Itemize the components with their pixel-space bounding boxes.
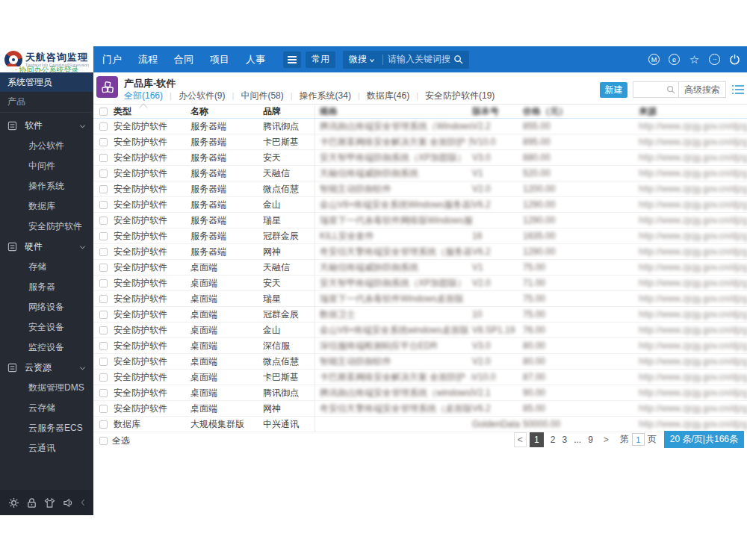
row-checkbox[interactable] [99,122,108,131]
tab-操作系统(34)[interactable]: 操作系统(34) [300,90,351,102]
table-search-input[interactable] [633,82,666,97]
sidebar-item-云通讯[interactable]: 云通讯 [0,438,93,458]
search-scope-label[interactable]: 微搜 [349,53,367,66]
topnav-item-1[interactable]: 门户 [102,53,122,66]
row-checkbox[interactable] [99,373,108,382]
cell-source-link-blurred[interactable]: http://www.zjcjg.gov.cn/djzg/ [639,372,747,382]
topnav-item-4[interactable]: 项目 [210,53,229,66]
sidebar-item-数据库[interactable]: 数据库 [0,196,93,217]
cell-source-link-blurred[interactable]: http://www.zjcjg.gov.cn/djzg/ [639,309,747,320]
cell-source-link-blurred[interactable]: http://www.zjcjg.gov.cn/djzg/ [639,356,747,367]
global-search[interactable]: 微搜 请输入关键词搜 [343,51,469,69]
tab-安全防护软件(19)[interactable]: 安全防护软件(19) [425,90,495,102]
cell-source-link-blurred[interactable]: http://www.zjcjg.gov.cn/djzg/ [639,246,747,257]
header-checkbox[interactable] [99,108,108,116]
sidebar-item-中间件[interactable]: 中间件 [0,156,93,176]
row-checkbox[interactable] [99,169,108,178]
collapse-handle-icon[interactable] [81,499,85,506]
row-checkbox[interactable] [99,326,108,335]
lock-icon[interactable] [26,497,37,508]
sidebar-section-云资源[interactable]: 云资源 [0,358,93,378]
row-checkbox[interactable] [99,295,108,303]
row-checkbox[interactable] [99,201,108,209]
sidebar-item-办公软件[interactable]: 办公软件 [0,136,93,156]
page-size-badge[interactable]: 20 条/页|共166条 [664,431,744,448]
next-page-button[interactable]: > [600,432,613,447]
tab-中间件(58)[interactable]: 中间件(58) [241,90,283,102]
search-icon[interactable] [666,85,675,94]
theme-icon[interactable] [44,497,55,508]
cell-source-link-blurred[interactable]: http://www.zjcjg.gov.cn/djzg/ [639,121,747,131]
row-checkbox[interactable] [99,185,108,193]
voice-icon[interactable]: e [668,53,681,66]
sidebar-item-安全防护软件[interactable]: 安全防护软件 [0,217,93,237]
sidebar-item-操作系统[interactable]: 操作系统 [0,176,93,196]
row-checkbox[interactable] [99,232,108,240]
sound-icon[interactable] [63,497,74,508]
sidebar-group-product[interactable]: 产品 [0,92,93,113]
prev-page-button[interactable]: < [514,432,527,447]
row-checkbox[interactable] [99,405,108,413]
cell-source-link-blurred[interactable]: http://www.zjcjg.gov.cn/djzg/ [639,215,747,225]
frequent-button[interactable]: 常用 [306,52,335,68]
tab-全部(166)[interactable]: 全部(166) [124,90,163,102]
page-number-3[interactable]: 3 [562,435,567,445]
row-checkbox[interactable] [99,311,108,319]
topnav-item-3[interactable]: 合同 [174,53,193,66]
cell-source-link-blurred[interactable]: http://www.zjcjg.gov.cn/djzg/ [639,419,747,429]
cell-source-link-blurred[interactable]: http://www.zjcjg.gov.cn/djzg/ [639,152,747,163]
row-checkbox[interactable] [99,248,108,256]
topnav-item-2[interactable]: 流程 [138,53,158,66]
new-button[interactable]: 新建 [600,82,627,98]
cell-source-link-blurred[interactable]: http://www.zjcjg.gov.cn/djzg/ [639,137,747,147]
tab-数据库(46)[interactable]: 数据库(46) [367,90,409,102]
sidebar-item-服务器[interactable]: 服务器 [0,277,93,297]
cell-source-link-blurred[interactable]: http://www.zjcjg.gov.cn/djzg/ [639,325,747,335]
row-checkbox[interactable] [99,358,108,366]
settings-icon[interactable] [8,497,19,508]
sidebar-section-软件[interactable]: 软件 [0,116,93,136]
page-number-1[interactable]: 1 [530,432,544,447]
row-checkbox[interactable] [99,217,108,225]
cell-source-link-blurred[interactable]: http://www.zjcjg.gov.cn/djzg/ [639,340,747,351]
sidebar-item-安全设备[interactable]: 安全设备 [0,317,93,337]
apps-menu-button[interactable] [283,52,301,68]
row-checkbox[interactable] [99,264,108,272]
sidebar-section-硬件[interactable]: 硬件 [0,237,93,257]
row-checkbox[interactable] [99,420,108,429]
page-number-9[interactable]: 9 [588,435,593,445]
cell-source-link-blurred[interactable]: http://www.zjcjg.gov.cn/djzg/ [639,231,747,241]
more-icon[interactable]: ··· [708,53,721,66]
row-checkbox[interactable] [99,389,108,397]
row-checkbox[interactable] [99,138,108,146]
search-input[interactable]: 请输入关键词搜 [388,53,453,66]
page-number-...[interactable]: ... [574,435,581,445]
cell-source-link-blurred[interactable]: http://www.zjcjg.gov.cn/djzg/ [639,293,747,304]
sidebar-item-数据管理DMS[interactable]: 数据管理DMS [0,378,93,398]
advanced-search-button[interactable]: 高级搜索 [678,81,725,98]
row-checkbox[interactable] [99,342,108,350]
select-all-checkbox[interactable] [99,437,108,445]
row-checkbox[interactable] [99,154,108,162]
cell-source-link-blurred[interactable]: http://www.zjcjg.gov.cn/djzg/ [639,199,747,210]
power-icon[interactable] [728,53,741,66]
cell-source-link-blurred[interactable]: http://www.zjcjg.gov.cn/djzg/ [639,403,747,414]
sidebar-item-云存储[interactable]: 云存储 [0,398,93,418]
tab-办公软件(9)[interactable]: 办公软件(9) [179,90,226,102]
cell-source-link-blurred[interactable]: http://www.zjcjg.gov.cn/djzg/ [639,388,747,398]
search-icon[interactable] [453,55,463,64]
sidebar-item-监控设备[interactable]: 监控设备 [0,337,93,358]
sidebar-item-网络设备[interactable]: 网络设备 [0,297,93,317]
star-icon[interactable]: ☆ [688,53,701,66]
sidebar-item-云服务器ECS[interactable]: 云服务器ECS [0,418,93,438]
cell-source-link-blurred[interactable]: http://www.zjcjg.gov.cn/djzg/ [639,278,747,288]
m-badge-icon[interactable]: M [648,53,660,66]
page-number-2[interactable]: 2 [551,435,556,445]
row-checkbox[interactable] [99,279,108,287]
jump-page-input[interactable]: 1 [632,433,645,446]
cell-source-link-blurred[interactable]: http://www.zjcjg.gov.cn/djzg/ [639,184,747,194]
sidebar-item-存储[interactable]: 存储 [0,257,93,277]
cell-source-link-blurred[interactable]: http://www.zjcjg.gov.cn/djzg/ [639,262,747,273]
list-view-icon[interactable] [732,84,744,95]
cell-source-link-blurred[interactable]: http://www.zjcjg.gov.cn/djzg/ [639,168,747,178]
